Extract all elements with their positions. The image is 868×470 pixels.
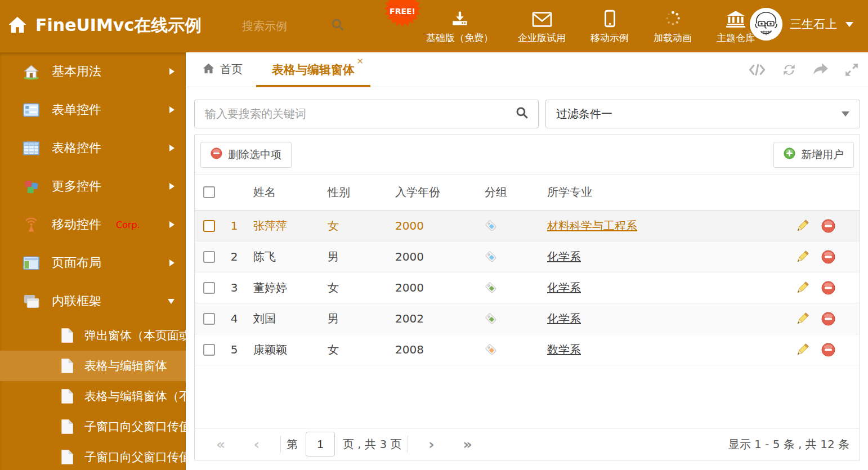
sidebar-subitem-grid-edit-window-no[interactable]: 表格与编辑窗体（不... <box>0 381 186 411</box>
home-icon <box>8 15 27 37</box>
table-header: 姓名 性别 入学年份 分组 所学专业 <box>195 174 860 211</box>
cell-gender: 女 <box>321 280 388 296</box>
cell-gender: 女 <box>321 342 388 357</box>
column-header-year[interactable]: 入学年份 <box>388 185 477 200</box>
nav-item-label: 主题仓库 <box>717 32 755 44</box>
nav-item-enterprise-trial[interactable]: 企业版试用 <box>505 7 578 44</box>
row-checkbox[interactable] <box>203 251 215 263</box>
column-header-name[interactable]: 姓名 <box>247 185 321 200</box>
page-icon <box>61 328 74 343</box>
sidebar-item-basic-usage[interactable]: 基本用法 <box>0 52 186 91</box>
keyword-search-input[interactable] <box>204 107 515 121</box>
row-checkbox[interactable] <box>203 344 215 356</box>
table-row: 4刘国男2002化学系 <box>195 303 860 334</box>
select-all-checkbox[interactable] <box>203 186 215 198</box>
sidebar-subitem-child-to-parent[interactable]: 子窗口向父窗口传值 <box>0 411 186 442</box>
sidebar-item-inline-frames[interactable]: 内联框架 <box>0 282 186 320</box>
sidebar: 基本用法表单控件表格控件更多控件移动控件Corp.页面布局内联框架弹出窗体（本页… <box>0 52 186 470</box>
close-icon[interactable]: ✕ <box>356 56 364 66</box>
username[interactable]: 三生石上 <box>790 16 837 32</box>
table-body: 1张萍萍女2000材料科学与工程系2陈飞男2000化学系3董婷婷女2000化学系… <box>195 211 860 365</box>
major-link[interactable]: 化学系 <box>547 312 581 325</box>
page-number-input[interactable] <box>306 432 335 456</box>
search-icon[interactable] <box>515 106 529 122</box>
next-page-button[interactable]: › <box>414 436 450 453</box>
tag-icon <box>477 220 540 232</box>
edit-icon[interactable] <box>786 342 818 357</box>
delete-selected-label: 删除选中项 <box>228 147 281 162</box>
tab-grid-edit-window[interactable]: 表格与编辑窗体 ✕ <box>256 52 370 87</box>
edit-icon[interactable] <box>786 280 818 296</box>
delete-icon[interactable] <box>818 343 860 357</box>
cell-name: 张萍萍 <box>247 218 321 234</box>
tab-tools <box>749 52 859 87</box>
sidebar-item-form-controls[interactable]: 表单控件 <box>0 91 186 129</box>
page-suffix: 页 , 共 3 页 <box>343 437 402 452</box>
major-link[interactable]: 化学系 <box>547 281 581 294</box>
edit-icon[interactable] <box>786 218 818 234</box>
add-user-button[interactable]: 新增用户 <box>773 142 854 168</box>
page-icon <box>61 388 74 404</box>
sidebar-item-label: 表单控件 <box>52 101 101 118</box>
sidebar-item-mobile-controls[interactable]: 移动控件Corp. <box>0 205 186 244</box>
nav-item-mobile-examples[interactable]: 移动示例 <box>578 7 641 44</box>
refresh-icon[interactable] <box>781 62 797 77</box>
search-icon[interactable] <box>330 17 345 34</box>
column-header-group[interactable]: 分组 <box>477 185 540 200</box>
major-link[interactable]: 材料科学与工程系 <box>547 219 637 232</box>
edit-icon[interactable] <box>786 249 818 265</box>
nav-item-loading-animations[interactable]: 加载动画 <box>641 7 704 44</box>
row-checkbox[interactable] <box>203 220 215 232</box>
chevron-right-icon <box>169 106 175 113</box>
major-link[interactable]: 化学系 <box>547 250 581 263</box>
top-header: FineUIMvc在线示例 FREE! 基础版（免费）企业版试用移动示例加载动画… <box>0 0 868 52</box>
delete-icon[interactable] <box>818 312 860 326</box>
sidebar-subitem-grid-edit-window[interactable]: 表格与编辑窗体 <box>0 351 186 381</box>
sidebar-item-grid-controls[interactable]: 表格控件 <box>0 129 186 167</box>
sidebar-item-more-controls[interactable]: 更多控件 <box>0 167 186 205</box>
house-icon <box>23 63 39 80</box>
sidebar-item-label: 页面布局 <box>52 254 101 271</box>
bank-icon <box>726 7 745 28</box>
filter-row: 过滤条件一 <box>194 100 860 128</box>
prev-page-button[interactable]: ‹ <box>239 436 275 453</box>
edit-icon[interactable] <box>786 311 818 326</box>
avatar[interactable] <box>750 8 782 41</box>
row-number: 3 <box>222 281 247 294</box>
delete-icon[interactable] <box>818 219 860 233</box>
form-icon <box>23 101 39 118</box>
user-menu[interactable]: 三生石上 <box>750 8 853 41</box>
last-page-button[interactable]: » <box>450 436 486 453</box>
delete-icon[interactable] <box>818 250 860 264</box>
row-number: 2 <box>222 250 247 263</box>
delete-selected-button[interactable]: 删除选中项 <box>200 142 292 168</box>
chevron-down-icon <box>845 22 853 27</box>
row-checkbox[interactable] <box>203 313 215 325</box>
cell-gender: 女 <box>321 218 388 234</box>
source-code-icon[interactable] <box>749 63 766 77</box>
expand-icon[interactable] <box>844 62 859 77</box>
sidebar-item-label: 更多控件 <box>52 178 101 195</box>
sidebar-subitem-popup-window[interactable]: 弹出窗体（本页面或... <box>0 320 186 351</box>
first-page-button[interactable]: « <box>203 436 239 453</box>
header-search-input[interactable] <box>241 19 330 33</box>
nav-item-basic-edition-free[interactable]: 基础版（免费） <box>414 7 505 44</box>
filter-dropdown[interactable]: 过滤条件一 <box>545 100 860 128</box>
column-header-major[interactable]: 所学专业 <box>540 185 786 200</box>
column-header-gender[interactable]: 性别 <box>321 185 388 200</box>
sidebar-item-page-layout[interactable]: 页面布局 <box>0 244 186 282</box>
row-checkbox[interactable] <box>203 282 215 294</box>
major-link[interactable]: 数学系 <box>547 343 581 356</box>
active-tab-underline <box>256 85 370 87</box>
share-icon[interactable] <box>813 63 829 77</box>
phone-icon <box>604 7 616 28</box>
tab-home[interactable]: 首页 <box>203 52 243 87</box>
sidebar-subitem-child-to-parent-2[interactable]: 子窗口向父窗口传值... <box>0 442 186 470</box>
cell-name: 刘国 <box>247 311 321 326</box>
sidebar-subitem-label: 表格与编辑窗体（不... <box>84 388 186 404</box>
app-title: FineUIMvc在线示例 <box>35 14 202 37</box>
delete-icon[interactable] <box>818 281 860 295</box>
nav-item-label: 企业版试用 <box>518 32 566 44</box>
brand[interactable]: FineUIMvc在线示例 <box>8 14 202 37</box>
nav-item-label: 移动示例 <box>590 32 629 44</box>
